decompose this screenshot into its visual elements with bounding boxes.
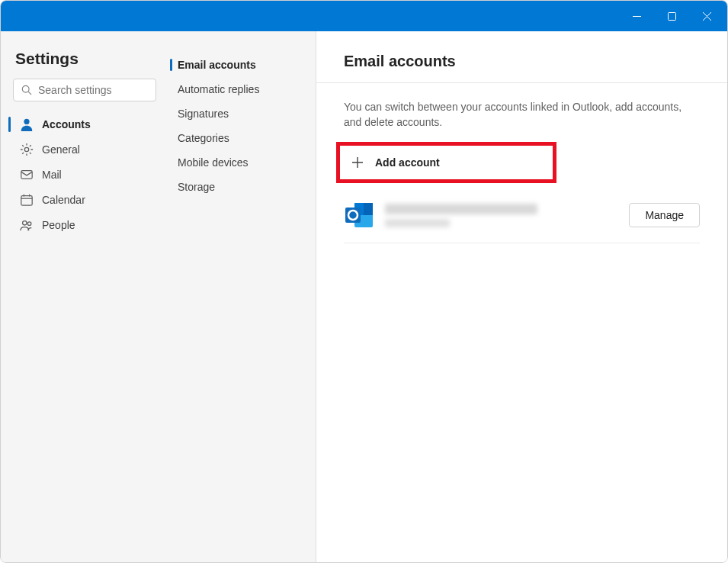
minimize-button[interactable] <box>619 1 654 31</box>
people-icon <box>19 217 34 233</box>
account-type-redacted <box>385 219 450 227</box>
sub-sidebar: Email accounts Automatic replies Signatu… <box>164 31 316 562</box>
sidebar-item-general[interactable]: General <box>13 137 156 162</box>
svg-point-7 <box>24 147 28 151</box>
subnav-categories[interactable]: Categories <box>170 126 303 150</box>
mail-icon <box>19 167 34 182</box>
svg-point-13 <box>23 221 27 225</box>
titlebar <box>1 1 727 31</box>
gear-icon <box>19 142 34 157</box>
add-account-button[interactable]: Add account <box>342 148 551 177</box>
sidebar-item-label: People <box>42 219 75 231</box>
plus-icon <box>351 156 364 169</box>
close-button[interactable] <box>689 1 724 31</box>
manage-button[interactable]: Manage <box>629 203 700 227</box>
sidebar-item-mail[interactable]: Mail <box>13 162 156 187</box>
main-panel: Email accounts You can switch between yo… <box>316 31 727 562</box>
sidebar-item-label: General <box>42 143 80 156</box>
account-info <box>385 204 629 227</box>
outlook-icon <box>344 201 374 229</box>
svg-rect-8 <box>21 171 32 179</box>
sidebar-item-label: Mail <box>42 169 62 181</box>
svg-point-6 <box>24 119 29 124</box>
divider <box>316 82 727 83</box>
subnav-mobile-devices[interactable]: Mobile devices <box>170 150 303 175</box>
subnav-storage[interactable]: Storage <box>170 175 303 199</box>
add-account-highlight: Add account <box>336 142 556 183</box>
svg-point-14 <box>27 222 31 226</box>
settings-title: Settings <box>13 50 156 68</box>
calendar-icon <box>19 192 34 208</box>
main-content: Settings Accounts General Mail <box>1 31 727 562</box>
page-description: You can switch between your accounts lin… <box>344 100 700 130</box>
svg-rect-9 <box>21 196 32 206</box>
sidebar-item-label: Calendar <box>42 194 85 206</box>
svg-rect-1 <box>668 12 675 20</box>
account-row: Manage <box>344 192 700 243</box>
page-title: Email accounts <box>344 53 700 70</box>
sidebar-item-people[interactable]: People <box>13 213 156 237</box>
add-account-label: Add account <box>375 156 440 169</box>
account-email-redacted <box>385 204 537 214</box>
sidebar-item-label: Accounts <box>42 118 91 130</box>
subnav-email-accounts[interactable]: Email accounts <box>170 53 303 77</box>
sidebar-item-calendar[interactable]: Calendar <box>13 188 156 212</box>
search-input[interactable] <box>38 84 148 96</box>
subnav-signatures[interactable]: Signatures <box>170 101 303 126</box>
sidebar: Settings Accounts General Mail <box>1 31 164 562</box>
maximize-button[interactable] <box>654 1 689 31</box>
svg-line-5 <box>28 92 31 95</box>
search-box[interactable] <box>13 79 156 101</box>
sidebar-item-accounts[interactable]: Accounts <box>13 112 156 137</box>
svg-point-4 <box>22 85 29 92</box>
person-icon <box>19 117 34 132</box>
search-icon <box>21 85 32 95</box>
subnav-automatic-replies[interactable]: Automatic replies <box>170 77 303 101</box>
